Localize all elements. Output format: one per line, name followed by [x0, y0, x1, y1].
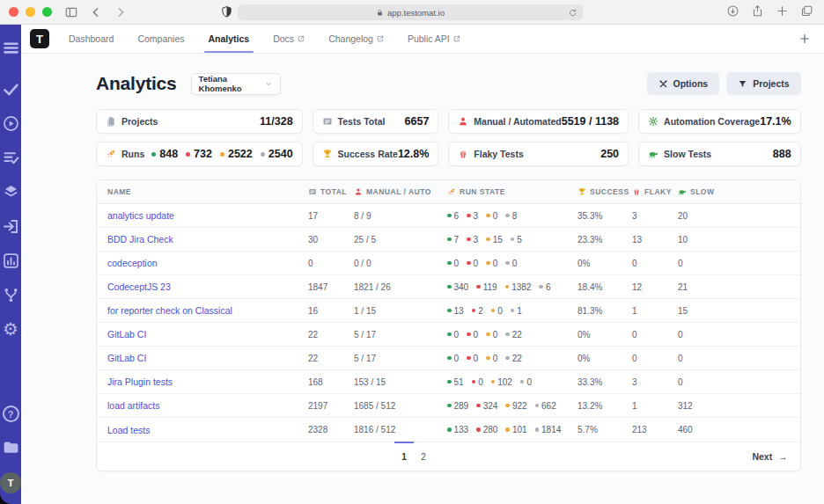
help-icon[interactable]: ? [3, 405, 19, 422]
import-icon[interactable] [2, 217, 20, 236]
tools-icon [658, 79, 668, 89]
close-window-button[interactable] [9, 7, 18, 17]
passed-dot [447, 332, 452, 337]
next-page-button[interactable]: Next → [752, 451, 787, 462]
never-dot [505, 356, 510, 361]
project-link[interactable]: load artifacts [107, 400, 308, 411]
nav-docs[interactable]: Docs [273, 25, 305, 53]
slow-cell: 0 [678, 330, 790, 340]
project-link[interactable]: GitLab CI [107, 353, 308, 363]
projects-folder-icon[interactable] [2, 438, 20, 457]
external-link-icon [298, 35, 305, 42]
never-dot [505, 261, 510, 266]
manual-auto-cell: 25 / 5 [354, 235, 447, 245]
project-link[interactable]: GitLab CI [107, 329, 308, 340]
run-state-cell: 51 0 102 0 [447, 377, 578, 387]
table-row: Jira Plugin tests 168 153 / 15 51 0 102 … [97, 370, 800, 394]
slow-cell: 312 [678, 401, 790, 411]
run-state-cell: 0 0 0 22 [447, 354, 578, 363]
page-1-button[interactable]: 1 [394, 442, 414, 471]
stat-automation-coverage[interactable]: Automation Coverage 17.1% [638, 109, 801, 134]
new-tab-icon[interactable] [776, 4, 789, 18]
project-link[interactable]: codeception [107, 258, 308, 268]
test-plans-icon[interactable] [2, 149, 20, 167]
testomat-logo[interactable]: T [30, 29, 49, 48]
flaky-cell: 0 [632, 354, 678, 363]
rocket-icon [106, 149, 116, 159]
settings-gear-icon[interactable]: ⚙ [3, 320, 18, 339]
table-row: Load tests 2328 1816 / 512 133 280 101 1… [97, 418, 800, 442]
never-dot [520, 380, 525, 384]
analytics-icon[interactable] [2, 252, 20, 270]
menu-icon[interactable] [2, 39, 20, 57]
tests-icon[interactable] [2, 80, 20, 99]
page-2-button[interactable]: 2 [414, 442, 433, 471]
options-button[interactable]: Options [647, 72, 720, 95]
address-bar[interactable]: app.testomat.io [238, 4, 583, 20]
passed-dot [447, 380, 452, 384]
nav-public-api[interactable]: Public API [408, 25, 460, 53]
share-icon[interactable] [751, 4, 764, 18]
failed-dot [467, 356, 471, 361]
nav-analytics[interactable]: Analytics [209, 25, 250, 53]
project-link[interactable]: Jira Plugin tests [107, 376, 308, 387]
privacy-shield-icon[interactable] [220, 5, 233, 18]
project-link[interactable]: CodeceptJS 23 [107, 281, 308, 292]
success-cell: 0% [578, 259, 632, 268]
project-link[interactable]: analytics update [107, 210, 308, 221]
minimize-window-button[interactable] [26, 7, 35, 17]
project-link[interactable]: Load tests [107, 425, 308, 435]
run-state-cell: 7 3 15 5 [447, 235, 578, 245]
passed-dot [151, 152, 156, 157]
stat-projects[interactable]: Projects 11/328 [96, 109, 303, 134]
sidebar-avatar[interactable]: T [0, 472, 21, 493]
slow-cell: 0 [678, 259, 790, 268]
failed-dot [467, 214, 471, 218]
projects-filter-button[interactable]: Projects [726, 72, 800, 95]
trophy-icon [322, 149, 333, 159]
passed-dot [447, 427, 452, 432]
manual-auto-cell: 5 / 17 [354, 354, 447, 363]
run-state-cell: 340 119 1382 6 [447, 282, 578, 292]
lock-icon [376, 9, 384, 17]
stat-runs[interactable]: Runs 848 732 2522 2540 [96, 142, 303, 166]
downloads-icon[interactable] [726, 4, 739, 18]
suites-icon[interactable] [2, 183, 20, 201]
table-body: analytics update 17 8 / 9 6 3 0 8 35.3% … [97, 204, 800, 442]
external-link-icon [377, 35, 384, 42]
nav-companies[interactable]: Companies [137, 25, 184, 53]
table-row: load artifacts 2197 1685 / 512 289 324 9… [97, 394, 800, 418]
filter-icon [738, 79, 747, 89]
popcorn-icon [458, 149, 468, 159]
user-scope-select[interactable]: Tetiana Khomenko [191, 73, 281, 95]
nav-changelog[interactable]: Changelog [328, 25, 384, 53]
flaky-cell: 0 [632, 330, 678, 340]
slow-cell: 15 [678, 306, 790, 316]
project-link[interactable]: BDD Jira Check [107, 234, 308, 245]
stat-flaky-tests[interactable]: Flaky Tests 250 [448, 142, 629, 166]
forward-icon[interactable] [114, 5, 128, 19]
external-link-icon [453, 35, 460, 42]
stat-manual-automated[interactable]: Manual / Automated 5519 / 1138 [448, 109, 629, 134]
success-cell: 5.7% [578, 425, 632, 435]
stat-success-rate[interactable]: Success Rate 12.8% [313, 142, 439, 166]
runs-icon[interactable] [2, 114, 20, 133]
turtle-icon [678, 187, 687, 196]
back-icon[interactable] [89, 5, 103, 19]
run-state-cell: 13 2 0 1 [447, 306, 578, 316]
stat-tests-total[interactable]: Tests Total 6657 [313, 109, 439, 134]
project-link[interactable]: for reporter check on Classical [107, 305, 308, 316]
branches-icon[interactable] [2, 286, 20, 304]
flaky-cell: 13 [632, 235, 678, 245]
add-icon[interactable] [798, 33, 811, 45]
stat-slow-tests[interactable]: Slow Tests 888 [638, 142, 801, 166]
flaky-cell: 1 [632, 306, 678, 316]
safari-window: app.testomat.io ⚙ ? T [0, 0, 824, 504]
reload-icon[interactable] [568, 8, 578, 18]
sidebar-toggle-icon[interactable] [64, 5, 78, 19]
nav-dashboard[interactable]: Dashboard [69, 25, 114, 53]
skipped-dot [491, 380, 496, 384]
zoom-window-button[interactable] [42, 7, 52, 17]
tab-overview-icon[interactable] [800, 4, 813, 18]
skipped-dot [486, 261, 490, 266]
